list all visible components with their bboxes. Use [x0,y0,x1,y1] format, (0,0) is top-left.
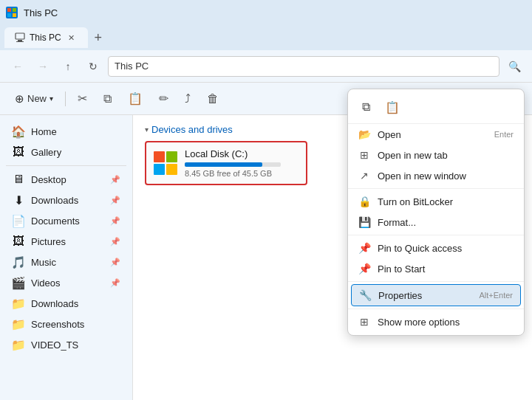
downloads-icon: ⬇ [12,193,25,207]
svg-rect-0 [7,8,11,12]
sidebar-separator [6,165,126,166]
address-bar[interactable]: This PC [108,56,499,77]
tab-title: This PC [30,32,61,43]
ctx-sep-1 [348,188,524,189]
title-bar: This PC [0,0,532,25]
ctx-sep-4 [348,308,524,309]
ctx-pin-quick-item[interactable]: 📌 Pin to Quick access [348,238,524,258]
ctx-open-new-tab-item[interactable]: ⊞ Open in new tab [348,145,524,165]
sidebar-downloads-label: Downloads [31,195,78,206]
copy-button[interactable]: ⧉ [96,87,119,111]
sidebar-item-pictures[interactable]: 🖼 Pictures 📌 [3,231,129,252]
new-button[interactable]: ⊕ New ▾ [7,87,61,111]
ctx-more-options-item[interactable]: ⊞ Show more options [348,311,524,332]
ctx-paste-button[interactable]: 📋 [381,95,404,119]
paste-button[interactable]: 📋 [120,87,150,111]
new-plus-icon: ⊕ [15,92,24,106]
ctx-new-window-icon: ↗ [358,170,370,182]
local-disk-item[interactable]: Local Disk (C:) 8.45 GB free of 45.5 GB [145,141,307,185]
ctx-new-tab-icon: ⊞ [358,149,370,161]
ctx-open-new-window-item[interactable]: ↗ Open in new window [348,165,524,186]
forward-icon: → [38,61,48,72]
ctx-bitlocker-label: Turn on BitLocker [378,196,453,207]
sidebar-item-videos[interactable]: 🎬 Videos 📌 [3,272,129,293]
ctx-properties-label: Properties [378,290,422,301]
section-title: Devices and drives [151,124,233,135]
desktop-icon: 🖥 [12,173,25,186]
pin-icon-videos: 📌 [110,278,120,288]
up-button[interactable]: ↑ [58,56,78,77]
cut-button[interactable]: ✂ [70,87,95,111]
sidebar-item-home[interactable]: 🏠 Home [3,121,129,142]
ctx-properties-shortcut: Alt+Enter [479,291,513,300]
rename-icon: ✏ [159,92,168,106]
rename-button[interactable]: ✏ [151,87,176,111]
sidebar-item-screenshots[interactable]: 📁 Screenshots [3,314,129,334]
share-icon: ⤴ [185,92,191,106]
sidebar-item-desktop[interactable]: 🖥 Desktop 📌 [3,169,129,190]
win-quad-2 [166,151,177,162]
windows-logo-icon [154,151,177,175]
window-title: This PC [24,7,526,18]
win-quad-3 [154,164,165,175]
pin-icon: 📌 [110,175,120,185]
share-button[interactable]: ⤴ [177,87,198,111]
back-button[interactable]: ← [7,56,28,77]
search-button[interactable]: 🔍 [504,56,525,77]
sidebar-item-downloads2[interactable]: 📁 Downloads [3,293,129,314]
sidebar-item-downloads[interactable]: ⬇ Downloads 📌 [3,190,129,210]
ctx-format-item[interactable]: 💾 Format... [348,212,524,232]
new-tab-button[interactable]: + [88,27,109,48]
active-tab[interactable]: This PC ✕ [4,27,88,48]
ctx-format-label: Format... [378,217,416,228]
refresh-button[interactable]: ↻ [83,56,103,77]
context-menu-top-icons: ⧉ 📋 [348,92,524,124]
toolbar-sep-1 [65,92,66,106]
ctx-open-item[interactable]: 📂 Open Enter [348,124,524,145]
sidebar-item-documents[interactable]: 📄 Documents 📌 [3,210,129,231]
up-icon: ↑ [66,61,71,72]
ctx-format-icon: 💾 [358,216,370,228]
sidebar-item-video-ts[interactable]: 📁 VIDEO_TS [3,334,129,355]
ctx-copy-button[interactable]: ⧉ [354,95,378,119]
tab-close-button[interactable]: ✕ [66,32,78,44]
pin-icon-pictures: 📌 [110,237,120,246]
delete-button[interactable]: 🗑 [200,87,226,111]
sidebar-item-gallery[interactable]: 🖼 Gallery [3,142,129,162]
ctx-bitlocker-item[interactable]: 🔒 Turn on BitLocker [348,191,524,212]
svg-rect-2 [7,13,11,17]
address-text: This PC [115,61,149,72]
forward-button[interactable]: → [33,56,53,77]
pin-icon-music: 📌 [110,258,120,267]
back-icon: ← [13,61,23,72]
pin-icon-documents: 📌 [110,216,120,226]
context-menu: ⧉ 📋 📂 Open Enter ⊞ Open in new tab ↗ Ope… [347,89,525,336]
win-quad-4 [166,164,177,175]
ctx-more-options-label: Show more options [378,317,460,328]
sidebar-item-music[interactable]: 🎵 Music 📌 [3,252,129,272]
navigation-bar: ← → ↑ ↻ This PC 🔍 [0,50,532,83]
drive-bar [185,162,281,167]
ctx-pin-start-item[interactable]: 📌 Pin to Start [348,258,524,279]
ctx-open-shortcut: Enter [494,130,514,139]
ctx-open-label: Open [378,129,401,140]
ctx-properties-item[interactable]: 🔧 Properties Alt+Enter [351,284,521,306]
new-label: New [27,93,47,104]
sidebar-home-label: Home [31,126,57,137]
drive-space-label: 8.45 GB free of 45.5 GB [185,169,299,178]
ctx-more-options-icon: ⊞ [358,316,370,328]
sidebar-music-label: Music [31,257,56,268]
search-icon: 🔍 [508,61,521,72]
pin-icon-downloads: 📌 [110,196,120,205]
ctx-paste-icon: 📋 [385,100,400,114]
paste-icon: 📋 [128,92,143,106]
ctx-sep-3 [348,281,524,282]
sidebar-documents-label: Documents [31,215,80,227]
svg-rect-3 [13,13,16,17]
section-chevron-icon: ▾ [145,125,149,134]
new-chevron-icon: ▾ [50,94,53,103]
folder-downloads-icon: 📁 [12,297,25,310]
sidebar-video-ts-label: VIDEO_TS [31,339,78,351]
drive-name: Local Disk (C:) [185,148,299,159]
app-icon [6,7,18,18]
